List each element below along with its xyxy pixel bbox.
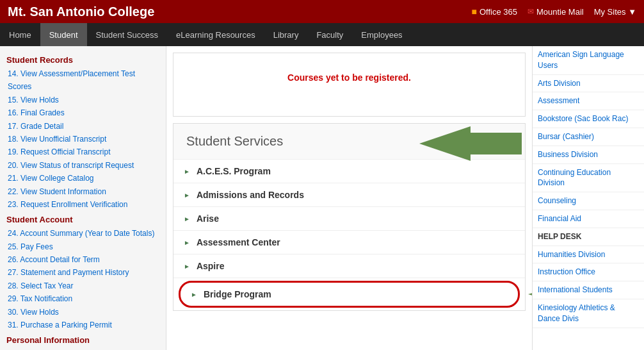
service-assessment[interactable]: ► Assessment Center: [173, 231, 525, 254]
my-sites-link[interactable]: My Sites ▼: [594, 7, 636, 17]
sidebar-link[interactable]: 24. Account Summary (Year to Date Totals…: [6, 227, 159, 240]
service-label: Assessment Center: [197, 237, 280, 247]
service-label: Aspire: [197, 261, 225, 271]
sidebar-link-statement[interactable]: 27. Statement and Payment History: [6, 266, 159, 279]
right-link-instruction[interactable]: Instruction Office: [533, 263, 644, 281]
sidebar-link[interactable]: 28. Select Tax Year: [6, 279, 159, 292]
right-link-bursar[interactable]: Bursar (Cashier): [533, 128, 644, 146]
expand-icon: ►: [184, 239, 190, 246]
service-label: A.C.E.S. Program: [197, 166, 271, 176]
main-layout: Student Records 14. View Assessment/Plac…: [0, 46, 644, 350]
expand-icon: ►: [184, 215, 190, 222]
student-records-heading: Student Records: [6, 55, 159, 65]
sidebar-link[interactable]: 26. Account Detail for Term: [6, 253, 159, 266]
arrow-annotation-bridge: [528, 278, 532, 310]
right-link-financial-aid[interactable]: Financial Aid: [533, 210, 644, 228]
sidebar-link[interactable]: 31. Purchase a Parking Permit: [6, 319, 159, 331]
nav-student-success[interactable]: Student Success: [87, 23, 168, 46]
service-label: Bridge Program: [204, 289, 271, 299]
right-link-counseling[interactable]: Counseling: [533, 192, 644, 210]
right-sidebar: American Sign Language Users Arts Divisi…: [532, 46, 644, 350]
sidebar-link[interactable]: 32. View Addresses and Phones: [6, 347, 159, 350]
office365-icon: ■: [471, 6, 476, 17]
courses-banner: Courses yet to be registered.: [173, 53, 526, 117]
expand-icon: ►: [184, 192, 190, 199]
sidebar-link[interactable]: 15. View Holds: [6, 94, 159, 106]
sidebar-link[interactable]: 22. View Student Information: [6, 185, 159, 198]
right-link-continuing-ed[interactable]: Continuing Education Division: [533, 164, 644, 193]
header-links: ■ Office 365 ✉ Mountie Mail My Sites ▼: [471, 6, 636, 17]
services-list: ► A.C.E.S. Program ► Admissions and Reco…: [173, 160, 525, 310]
right-link-kinesiology[interactable]: Kinesiology Athletics & Dance Divis: [533, 299, 644, 328]
mountie-mail-label: Mountie Mail: [536, 7, 584, 17]
office365-link[interactable]: ■ Office 365: [471, 6, 517, 17]
mail-icon: ✉: [527, 7, 534, 16]
right-link-business[interactable]: Business Division: [533, 146, 644, 164]
svg-marker-2: [528, 278, 532, 310]
right-link-international[interactable]: International Students: [533, 281, 644, 299]
sidebar-link[interactable]: 20. View Status of transcript Request: [6, 159, 159, 172]
courses-text: Courses yet to be registered.: [287, 72, 411, 83]
right-link-bookstore[interactable]: Bookstore (Sac Book Rac): [533, 110, 644, 128]
nav-employees[interactable]: Employees: [352, 23, 411, 46]
sidebar-link[interactable]: 18. View Unofficial Transcript: [6, 133, 159, 146]
svg-marker-1: [419, 126, 522, 161]
service-admissions[interactable]: ► Admissions and Records: [173, 183, 525, 207]
sidebar-link[interactable]: 30. View Holds: [6, 306, 159, 319]
my-sites-label: My Sites ▼: [594, 7, 636, 17]
center-content: Courses yet to be registered. Student Se…: [166, 46, 532, 350]
arrow-annotation-services: [419, 126, 522, 162]
mountie-mail-link[interactable]: ✉ Mountie Mail: [527, 7, 584, 17]
service-aces[interactable]: ► A.C.E.S. Program: [173, 160, 525, 183]
expand-icon: ►: [184, 263, 190, 270]
sidebar-link[interactable]: 25. Pay Fees: [6, 240, 159, 253]
right-link-asl[interactable]: American Sign Language Users: [533, 46, 644, 75]
main-nav: Home Student Student Success eLearning R…: [0, 23, 644, 46]
nav-faculty[interactable]: Faculty: [307, 23, 352, 46]
service-label: Admissions and Records: [197, 190, 304, 200]
sidebar-link[interactable]: 16. Final Grades: [6, 106, 159, 119]
sidebar-link[interactable]: 29. Tax Notification: [6, 292, 159, 305]
sidebar-link[interactable]: 21. View College Catalog: [6, 172, 159, 185]
nav-library[interactable]: Library: [264, 23, 308, 46]
nav-student[interactable]: Student: [40, 23, 87, 46]
personal-info-heading: Personal Information: [6, 335, 159, 345]
sidebar-link[interactable]: 19. Request Official Transcript: [6, 146, 159, 158]
nav-elearning[interactable]: eLearning Resources: [167, 23, 264, 46]
sidebar-link[interactable]: 23. Request Enrollment Verification: [6, 198, 159, 211]
service-label: Arise: [197, 213, 219, 224]
expand-icon: ►: [191, 291, 197, 298]
sidebar-link[interactable]: 14. View Assessment/Placement Test Score…: [6, 67, 159, 94]
service-arise[interactable]: ► Arise: [173, 207, 525, 231]
right-link-arts[interactable]: Arts Division: [533, 75, 644, 93]
right-link-assessment[interactable]: Assessment: [533, 92, 644, 110]
office365-label: Office 365: [479, 7, 517, 17]
sidebar-link[interactable]: 17. Grade Detail: [6, 120, 159, 133]
college-title: Mt. San Antonio College: [8, 4, 471, 19]
right-link-humanities[interactable]: Humanities Division: [533, 246, 644, 264]
expand-icon: ►: [184, 168, 190, 175]
student-services-box: Student Services ► A.C.E.S. Program ► Ad…: [173, 123, 526, 311]
student-account-heading: Student Account: [6, 215, 159, 224]
service-aspire[interactable]: ► Aspire: [173, 254, 525, 278]
page-header: Mt. San Antonio College ■ Office 365 ✉ M…: [0, 0, 644, 23]
service-bridge[interactable]: ► Bridge Program: [179, 281, 520, 308]
left-sidebar: Student Records 14. View Assessment/Plac…: [0, 46, 166, 350]
nav-home[interactable]: Home: [0, 23, 40, 46]
right-link-help-desk[interactable]: HELP DESK: [533, 228, 644, 246]
